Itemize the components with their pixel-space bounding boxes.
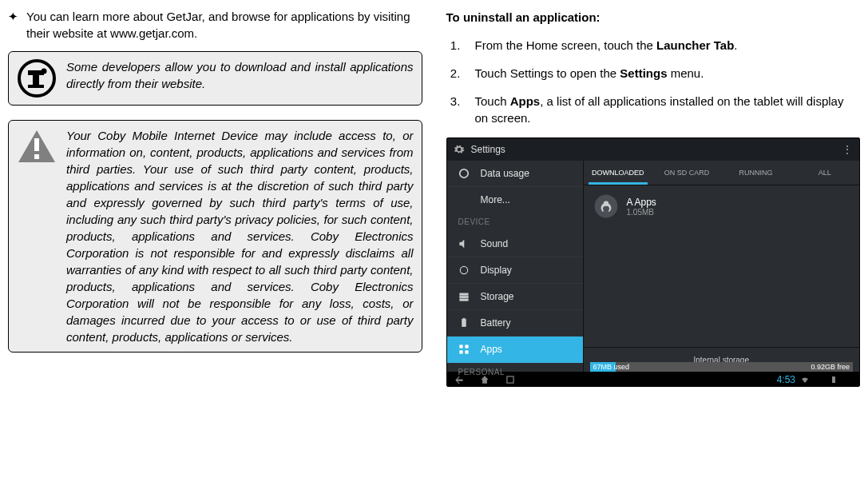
step-3: Touch Apps, a list of all applications i… (464, 93, 861, 126)
tab-all[interactable]: ALL (791, 161, 859, 185)
svg-rect-13 (462, 319, 466, 326)
storage-used: 67MB used (590, 363, 633, 371)
ss-sidebar: Data usage More... DEVICE Sound Display (447, 161, 583, 372)
sidebar-item-apps[interactable]: Apps (447, 337, 583, 363)
home-icon[interactable] (479, 374, 490, 385)
svg-point-9 (460, 266, 467, 273)
back-icon[interactable] (454, 374, 465, 385)
display-icon (458, 265, 470, 276)
sidebar-section-device: DEVICE (447, 213, 583, 231)
app-list-item[interactable]: A Apps 1.05MB (584, 185, 860, 227)
sidebar-item-sound[interactable]: Sound (447, 231, 583, 257)
ss-title: Settings (471, 144, 505, 155)
ss-system-bar: 4:53 (447, 372, 860, 387)
overflow-menu-icon[interactable]: ⋮ (842, 143, 853, 156)
step-1: From the Home screen, touch the Launcher… (464, 37, 861, 54)
storage-footer: Internal storage 67MB used 0.92GB free (584, 347, 860, 372)
sidebar-item-battery[interactable]: Battery (447, 310, 583, 337)
tab-running[interactable]: RUNNING (721, 161, 790, 185)
svg-rect-3 (28, 85, 44, 88)
apps-icon (458, 344, 470, 355)
app-icon (593, 193, 619, 219)
info-icon (17, 58, 57, 98)
battery-icon (458, 317, 470, 329)
recent-icon[interactable] (505, 374, 516, 385)
clock: 4:53 (777, 374, 853, 385)
storage-free: 0.92GB free (811, 363, 853, 371)
warning-icon (17, 129, 57, 164)
svg-rect-6 (34, 138, 39, 151)
uninstall-heading: To uninstall an application: (446, 10, 861, 24)
sidebar-item-storage[interactable]: Storage (447, 284, 583, 310)
ss-action-bar: Settings ⋮ (447, 138, 860, 161)
svg-rect-14 (462, 318, 464, 319)
svg-point-4 (42, 69, 47, 74)
tab-sd-card[interactable]: ON SD CARD (652, 161, 721, 185)
data-usage-icon (458, 168, 470, 179)
svg-rect-24 (832, 376, 835, 383)
storage-icon (458, 291, 470, 302)
svg-point-22 (603, 201, 608, 206)
svg-rect-16 (465, 345, 468, 349)
gear-icon (454, 144, 465, 155)
svg-rect-7 (34, 154, 39, 159)
svg-point-8 (459, 169, 468, 178)
svg-rect-17 (459, 351, 462, 354)
info-text: Some developers allow you to download an… (66, 58, 414, 92)
sidebar-item-display[interactable]: Display (447, 257, 583, 284)
battery-status-icon (829, 375, 838, 384)
svg-rect-11 (459, 296, 468, 297)
sound-icon (458, 238, 470, 249)
warning-text: Your Coby Mobile Internet Device may inc… (66, 127, 414, 345)
info-callout: Some developers allow you to download an… (8, 51, 422, 106)
svg-rect-12 (459, 299, 468, 301)
plus-bullet-icon: ✦ (8, 10, 18, 24)
bullet-text: You can learn more about GetJar, and bro… (26, 8, 422, 42)
tab-downloaded[interactable]: DOWNLOADED (584, 161, 652, 185)
svg-rect-15 (459, 345, 462, 349)
svg-rect-23 (506, 376, 513, 383)
storage-bar: 67MB used 0.92GB free (590, 362, 854, 372)
app-name: A Apps (627, 197, 656, 208)
svg-rect-2 (33, 75, 39, 86)
svg-rect-18 (465, 351, 468, 354)
app-size: 1.05MB (627, 208, 656, 217)
sidebar-item-data-usage[interactable]: Data usage (447, 161, 583, 187)
warning-callout: Your Coby Mobile Internet Device may inc… (8, 120, 422, 353)
svg-rect-10 (459, 293, 468, 295)
step-2: Touch Settings to open the Settings menu… (464, 65, 861, 82)
android-settings-screenshot: Settings ⋮ Data usage More... DEVICE Sou… (446, 137, 861, 387)
sidebar-item-more[interactable]: More... (447, 187, 583, 213)
wifi-icon (800, 375, 810, 384)
ss-tabs: DOWNLOADED ON SD CARD RUNNING ALL (584, 161, 860, 185)
